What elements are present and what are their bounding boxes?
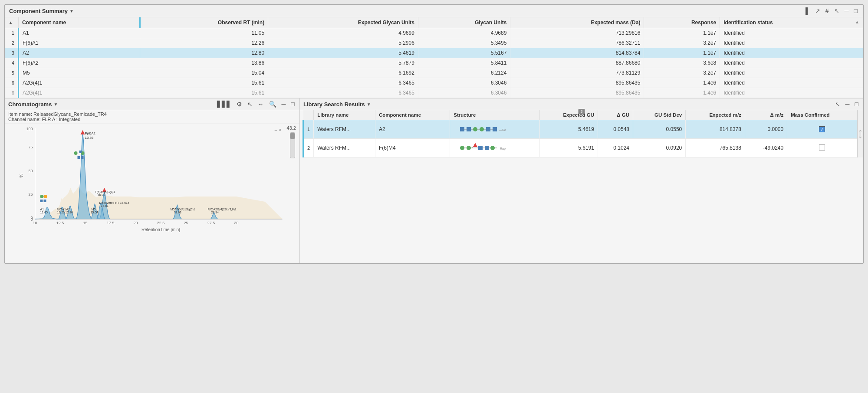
response-3: 3.6e8 xyxy=(644,58,720,68)
lib-minimize-icon[interactable]: ─ xyxy=(844,100,851,108)
col-expected-gu[interactable]: Expected Glycan Units xyxy=(268,17,418,28)
lib-delta-gu-1: 0.0548 xyxy=(598,120,633,139)
row-num-0: 1 xyxy=(5,28,18,38)
expected-mass-1: 786.32711 xyxy=(510,38,644,48)
lib-col-expected-gu[interactable]: Expected GU xyxy=(540,110,598,120)
svg-text:30: 30 xyxy=(234,221,238,225)
share-icon[interactable]: ↗ xyxy=(814,7,822,15)
lib-col-mass-confirmed-label: Mass Confirmed xyxy=(791,112,829,118)
cursor-icon[interactable]: ↖ xyxy=(833,7,841,15)
table-row[interactable]: 4 F(6)A2 13.86 5.7879 5.8411 887.86680 3… xyxy=(5,58,863,68)
table-row[interactable]: 6 A2G(4)1 15.61 6.3465 6.3046 895.86435 … xyxy=(5,78,863,88)
svg-text:22.5: 22.5 xyxy=(157,221,165,225)
chrom-chevron-icon[interactable]: ▼ xyxy=(53,102,58,107)
svg-text:12.80: 12.80 xyxy=(66,211,73,214)
chrom-zoom-icon[interactable]: 🔍 xyxy=(268,100,278,108)
col-id-status[interactable]: Identification status ▲ xyxy=(720,17,863,28)
svg-point-25 xyxy=(40,195,44,198)
lib-component-name-2: F(6)M4 xyxy=(375,139,450,157)
table-row[interactable]: 3 A2 12.80 5.4619 5.5167 814.83784 1.1e7… xyxy=(5,48,863,58)
table-row[interactable]: 6 A2G(4)1 15.61 6.3465 6.3046 895.86435 … xyxy=(5,88,863,98)
library-toolbar: ↖ ─ □ xyxy=(834,100,860,108)
svg-text:11.05: 11.05 xyxy=(40,211,48,214)
lib-structure-1: —RapiFluor-MS xyxy=(450,120,540,139)
id-status-3: Identified xyxy=(720,58,863,68)
chrom-bar-icon[interactable]: ▋▋▋ xyxy=(216,100,233,108)
lib-col-delta-mz[interactable]: Δ m/z xyxy=(745,110,787,120)
svg-point-29 xyxy=(74,151,78,155)
col-observed-rt[interactable]: Observed RT (min) xyxy=(140,17,268,28)
svg-text:15.04: 15.04 xyxy=(91,211,99,214)
svg-point-54 xyxy=(480,127,484,131)
lib-col-delta-gu[interactable]: Δ GU xyxy=(598,110,633,120)
scroll-thumb[interactable] xyxy=(290,133,295,139)
id-status-1: Identified xyxy=(720,38,863,48)
col-observed-rt-label: Observed RT (min) xyxy=(218,20,264,26)
chevron-down-icon[interactable]: ▼ xyxy=(69,9,74,13)
minimize-icon[interactable]: ─ xyxy=(843,7,850,15)
svg-text:15: 15 xyxy=(83,221,87,225)
response-0: 1.1e7 xyxy=(644,28,720,38)
chrom-maximize-icon[interactable]: □ xyxy=(290,100,296,108)
table-row[interactable]: 2 F(6)A1 12.26 5.2906 5.3495 786.32711 3… xyxy=(5,38,863,48)
lib-col-mass-confirmed[interactable]: Mass Confirmed xyxy=(787,110,857,120)
col-expected-mass[interactable]: Expected mass (Da) xyxy=(510,17,644,28)
table-row[interactable]: 5 M5 15.04 6.1692 6.2124 773.81129 3.2e7… xyxy=(5,68,863,78)
lib-mass-confirmed-1[interactable]: ✓ xyxy=(787,120,857,139)
component-name-clip: A2G(4)1 xyxy=(18,88,140,98)
lib-maximize-icon[interactable]: □ xyxy=(854,100,860,108)
svg-rect-56 xyxy=(493,127,497,131)
lib-col-library-name[interactable]: Library name xyxy=(314,110,375,120)
chromatogram-title[interactable]: Chromatograms ▼ xyxy=(8,101,58,108)
lib-delta-mz-1: 0.0000 xyxy=(745,120,787,139)
lib-expected-mz-2: 765.8138 xyxy=(686,139,745,157)
component-summary-title[interactable]: Component Summary ▼ xyxy=(9,8,74,14)
lib-col-delta-mz-label: Δ m/z xyxy=(770,112,784,118)
lib-col-structure[interactable]: Structure xyxy=(450,110,540,120)
scroll-value: 43.2 xyxy=(287,125,296,131)
svg-text:16.61: 16.61 xyxy=(101,204,109,207)
component-summary-toolbar: ▌ ↗ # ↖ ─ □ xyxy=(804,7,859,15)
checkbox-unchecked-icon[interactable] xyxy=(819,144,825,151)
checkbox-checked-icon[interactable]: ✓ xyxy=(819,126,825,132)
row-num-2: 3 xyxy=(5,48,18,58)
lib-col-component-name[interactable]: Component name xyxy=(375,110,450,120)
table-row[interactable]: 1 A1 11.05 4.9699 4.9689 713.29816 1.1e7… xyxy=(5,28,863,38)
svg-text:27.5: 27.5 xyxy=(207,221,215,225)
observed-rt-0: 11.05 xyxy=(140,28,268,38)
table-row[interactable]: 1 Waters RFM... A2 xyxy=(303,120,857,139)
lib-col-expected-mz[interactable]: Expected m/z xyxy=(686,110,745,120)
component-summary-panel: Component Summary ▼ ▌ ↗ # ↖ ─ □ ▲ xyxy=(5,5,863,98)
chrom-gear-icon[interactable]: ⚙ xyxy=(235,100,243,108)
scroll-bar-vertical[interactable] xyxy=(290,132,295,158)
col-glycan-units[interactable]: Glycan Units xyxy=(418,17,510,28)
library-title[interactable]: Library Search Results ▼ xyxy=(303,101,371,108)
table-row[interactable]: 2 Waters RFM... F(6)M4 xyxy=(303,139,857,157)
expected-mass-2: 814.83784 xyxy=(510,48,644,58)
sort-arrow-icon[interactable]: ▲ xyxy=(855,20,859,24)
svg-rect-63 xyxy=(478,146,483,150)
chrom-range-icon[interactable]: ↔ xyxy=(256,100,265,108)
chrom-cursor-icon[interactable]: ↖ xyxy=(246,100,254,108)
lib-cursor-icon[interactable]: ↖ xyxy=(834,100,842,108)
lib-col-gu-std-dev[interactable]: GU Std Dev xyxy=(633,110,686,120)
bottom-panels: Chromatograms ▼ ▋▋▋ ⚙ ↖ ↔ 🔍 ─ □ Item nam… xyxy=(5,98,863,263)
bar-chart-icon[interactable]: ▌ xyxy=(804,7,811,15)
glycan-units-0: 4.9689 xyxy=(418,28,510,38)
svg-text:%: % xyxy=(19,174,24,177)
col-response[interactable]: Response xyxy=(644,17,720,28)
expand-collapse-icon[interactable]: ▲ xyxy=(8,20,13,25)
col-glycan-units-label: Glycan Units xyxy=(475,20,506,26)
lib-chevron-icon[interactable]: ▼ xyxy=(367,102,371,107)
lib-delta-mz-2: -49.0240 xyxy=(745,139,787,157)
hash-icon[interactable]: # xyxy=(824,7,830,15)
svg-text:13.86: 13.86 xyxy=(85,136,94,140)
maximize-icon[interactable]: □ xyxy=(853,7,859,15)
expected-gu-4: 6.1692 xyxy=(268,68,418,78)
svg-text:A1: A1 xyxy=(40,208,44,211)
chrom-minimize-icon[interactable]: ─ xyxy=(280,100,287,108)
lib-mass-confirmed-2[interactable] xyxy=(787,139,857,157)
lib-col-expected-mz-label: Expected m/z xyxy=(709,112,741,118)
panel-resize-handle[interactable]: ⟺ xyxy=(857,110,863,157)
col-component-name[interactable]: Component name xyxy=(18,17,140,28)
